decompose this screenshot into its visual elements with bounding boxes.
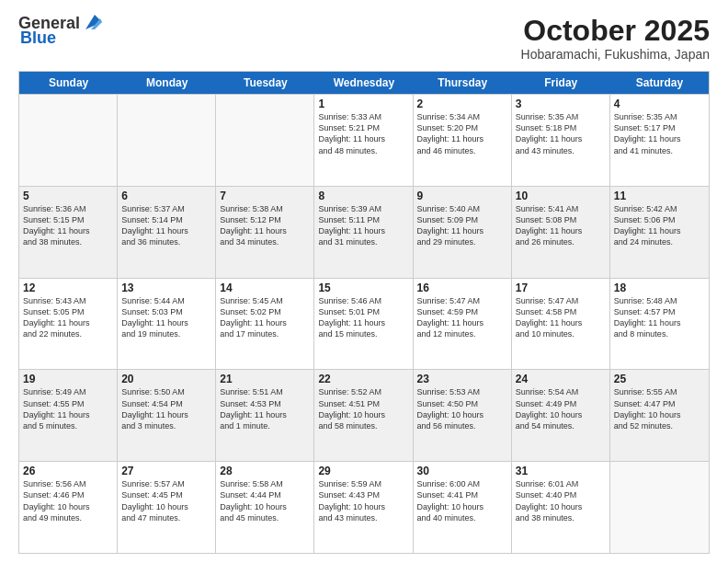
cell-info: Sunrise: 5:35 AMSunset: 5:17 PMDaylight:… (614, 111, 705, 156)
cell-oct-17: 17 Sunrise: 5:47 AMSunset: 4:58 PMDaylig… (512, 279, 610, 370)
cell-info: Sunrise: 6:00 AMSunset: 4:41 PMDaylight:… (417, 478, 507, 523)
day-number: 1 (318, 98, 408, 110)
cell-info: Sunrise: 5:45 AMSunset: 5:02 PMDaylight:… (220, 295, 310, 340)
logo-blue: Blue (18, 29, 56, 48)
cell-oct-5: 5 Sunrise: 5:36 AMSunset: 5:15 PMDayligh… (19, 187, 118, 278)
cell-info: Sunrise: 5:50 AMSunset: 4:54 PMDaylight:… (121, 386, 211, 431)
header-saturday: Saturday (610, 72, 709, 94)
day-number: 10 (516, 190, 606, 202)
cell-info: Sunrise: 5:51 AMSunset: 4:53 PMDaylight:… (220, 386, 310, 431)
day-number: 12 (23, 282, 113, 294)
location: Hobaramachi, Fukushima, Japan (521, 47, 710, 62)
day-number: 17 (516, 282, 606, 294)
day-number: 3 (516, 98, 606, 110)
day-number: 11 (614, 190, 705, 202)
cell-info: Sunrise: 5:47 AMSunset: 4:59 PMDaylight:… (417, 295, 507, 340)
cell-oct-24: 24 Sunrise: 5:54 AMSunset: 4:49 PMDaylig… (512, 370, 610, 461)
calendar-body: 1 Sunrise: 5:33 AMSunset: 5:21 PMDayligh… (19, 94, 709, 553)
cell-oct-29: 29 Sunrise: 5:59 AMSunset: 4:43 PMDaylig… (314, 462, 413, 553)
cell-oct-30: 30 Sunrise: 6:00 AMSunset: 4:41 PMDaylig… (414, 462, 512, 553)
cell-oct-13: 13 Sunrise: 5:44 AMSunset: 5:03 PMDaylig… (118, 279, 216, 370)
cell-info: Sunrise: 5:46 AMSunset: 5:01 PMDaylight:… (318, 295, 408, 340)
cell-info: Sunrise: 5:42 AMSunset: 5:06 PMDaylight:… (614, 203, 705, 248)
cell-info: Sunrise: 5:48 AMSunset: 4:57 PMDaylight:… (614, 295, 705, 340)
cell-info: Sunrise: 5:55 AMSunset: 4:47 PMDaylight:… (614, 386, 705, 431)
week-5: 26 Sunrise: 5:56 AMSunset: 4:46 PMDaylig… (19, 461, 709, 553)
cell-info: Sunrise: 5:54 AMSunset: 4:49 PMDaylight:… (516, 386, 606, 431)
calendar-header: Sunday Monday Tuesday Wednesday Thursday… (19, 72, 709, 94)
header-sunday: Sunday (19, 72, 118, 94)
day-number: 25 (614, 373, 705, 385)
cell-oct-25: 25 Sunrise: 5:55 AMSunset: 4:47 PMDaylig… (610, 370, 709, 461)
day-number: 4 (614, 98, 705, 110)
day-number: 15 (318, 282, 408, 294)
day-number: 8 (318, 190, 408, 202)
day-number: 31 (516, 465, 606, 477)
cell-oct-1: 1 Sunrise: 5:33 AMSunset: 5:21 PMDayligh… (314, 95, 413, 186)
day-number: 21 (220, 373, 310, 385)
month-title: October 2025 (521, 15, 710, 47)
cell-oct-20: 20 Sunrise: 5:50 AMSunset: 4:54 PMDaylig… (118, 370, 216, 461)
cell-info: Sunrise: 5:56 AMSunset: 4:46 PMDaylight:… (23, 478, 113, 523)
cell-oct-21: 21 Sunrise: 5:51 AMSunset: 4:53 PMDaylig… (216, 370, 314, 461)
logo: General Blue (18, 15, 102, 48)
header-friday: Friday (512, 72, 610, 94)
day-number: 5 (23, 190, 113, 202)
day-number: 24 (516, 373, 606, 385)
cell-empty (118, 95, 216, 186)
day-number: 9 (417, 190, 507, 202)
cell-empty (610, 462, 709, 553)
cell-oct-12: 12 Sunrise: 5:43 AMSunset: 5:05 PMDaylig… (19, 279, 118, 370)
cell-oct-3: 3 Sunrise: 5:35 AMSunset: 5:18 PMDayligh… (512, 95, 610, 186)
week-2: 5 Sunrise: 5:36 AMSunset: 5:15 PMDayligh… (19, 186, 709, 278)
day-number: 30 (417, 465, 507, 477)
cell-oct-10: 10 Sunrise: 5:41 AMSunset: 5:08 PMDaylig… (512, 187, 610, 278)
cell-oct-6: 6 Sunrise: 5:37 AMSunset: 5:14 PMDayligh… (118, 187, 216, 278)
cell-info: Sunrise: 5:57 AMSunset: 4:45 PMDaylight:… (121, 478, 211, 523)
week-3: 12 Sunrise: 5:43 AMSunset: 5:05 PMDaylig… (19, 278, 709, 370)
cell-info: Sunrise: 5:53 AMSunset: 4:50 PMDaylight:… (417, 386, 507, 431)
day-number: 27 (121, 465, 211, 477)
title-block: October 2025 Hobaramachi, Fukushima, Jap… (521, 15, 710, 62)
cell-info: Sunrise: 5:35 AMSunset: 5:18 PMDaylight:… (516, 111, 606, 156)
cell-info: Sunrise: 5:43 AMSunset: 5:05 PMDaylight:… (23, 295, 113, 340)
cell-info: Sunrise: 5:34 AMSunset: 5:20 PMDaylight:… (417, 111, 507, 156)
day-number: 26 (23, 465, 113, 477)
cell-oct-16: 16 Sunrise: 5:47 AMSunset: 4:59 PMDaylig… (414, 279, 512, 370)
cell-oct-7: 7 Sunrise: 5:38 AMSunset: 5:12 PMDayligh… (216, 187, 314, 278)
header-wednesday: Wednesday (314, 72, 413, 94)
day-number: 6 (121, 190, 211, 202)
day-number: 16 (417, 282, 507, 294)
header-tuesday: Tuesday (216, 72, 314, 94)
cell-oct-11: 11 Sunrise: 5:42 AMSunset: 5:06 PMDaylig… (610, 187, 709, 278)
cell-info: Sunrise: 5:44 AMSunset: 5:03 PMDaylight:… (121, 295, 211, 340)
cell-oct-4: 4 Sunrise: 5:35 AMSunset: 5:17 PMDayligh… (610, 95, 709, 186)
day-number: 20 (121, 373, 211, 385)
cell-info: Sunrise: 5:49 AMSunset: 4:55 PMDaylight:… (23, 386, 113, 431)
cell-empty (19, 95, 118, 186)
cell-oct-28: 28 Sunrise: 5:58 AMSunset: 4:44 PMDaylig… (216, 462, 314, 553)
cell-info: Sunrise: 5:58 AMSunset: 4:44 PMDaylight:… (220, 478, 310, 523)
cell-oct-8: 8 Sunrise: 5:39 AMSunset: 5:11 PMDayligh… (314, 187, 413, 278)
cell-info: Sunrise: 5:40 AMSunset: 5:09 PMDaylight:… (417, 203, 507, 248)
header-monday: Monday (118, 72, 216, 94)
cell-oct-9: 9 Sunrise: 5:40 AMSunset: 5:09 PMDayligh… (414, 187, 512, 278)
cell-oct-2: 2 Sunrise: 5:34 AMSunset: 5:20 PMDayligh… (414, 95, 512, 186)
day-number: 14 (220, 282, 310, 294)
week-1: 1 Sunrise: 5:33 AMSunset: 5:21 PMDayligh… (19, 94, 709, 186)
cell-info: Sunrise: 5:41 AMSunset: 5:08 PMDaylight:… (516, 203, 606, 248)
cell-empty (216, 95, 314, 186)
day-number: 18 (614, 282, 705, 294)
header-thursday: Thursday (414, 72, 512, 94)
cell-oct-26: 26 Sunrise: 5:56 AMSunset: 4:46 PMDaylig… (19, 462, 118, 553)
cell-oct-14: 14 Sunrise: 5:45 AMSunset: 5:02 PMDaylig… (216, 279, 314, 370)
cell-oct-18: 18 Sunrise: 5:48 AMSunset: 4:57 PMDaylig… (610, 279, 709, 370)
cell-info: Sunrise: 5:37 AMSunset: 5:14 PMDaylight:… (121, 203, 211, 248)
cell-info: Sunrise: 5:38 AMSunset: 5:12 PMDaylight:… (220, 203, 310, 248)
page-container: General Blue October 2025 Hobaramachi, F… (0, 0, 728, 563)
cell-info: Sunrise: 5:33 AMSunset: 5:21 PMDaylight:… (318, 111, 408, 156)
cell-oct-27: 27 Sunrise: 5:57 AMSunset: 4:45 PMDaylig… (118, 462, 216, 553)
cell-info: Sunrise: 5:47 AMSunset: 4:58 PMDaylight:… (516, 295, 606, 340)
day-number: 19 (23, 373, 113, 385)
page-header: General Blue October 2025 Hobaramachi, F… (18, 15, 710, 62)
